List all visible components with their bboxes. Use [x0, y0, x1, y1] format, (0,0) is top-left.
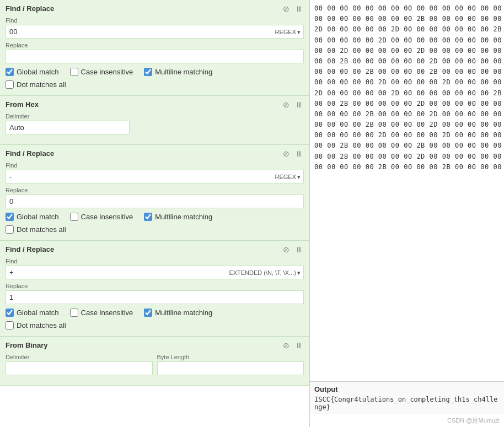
binary-fields: Delimiter Byte Length [6, 354, 304, 379]
replace-field-group-1: Replace [6, 42, 304, 63]
global-match-3[interactable]: Global match [6, 309, 59, 317]
multiline-1[interactable]: Multiline matching [144, 68, 212, 76]
delimiter-input[interactable] [6, 121, 130, 134]
section-header-5: From Binary ⊘ ⏸ [6, 341, 304, 349]
watermark: CSDN @是Mumuzi [310, 414, 504, 427]
hex-line: 2D 00 00 00 00 00 2D 00 00 00 00 00 00 0… [314, 24, 500, 35]
find-replace-section-3: Find / Replace ⊘ ⏸ Find EXTENDED (\N, \T… [0, 241, 309, 337]
case-insensitive-3[interactable]: Case insensitive [70, 309, 133, 317]
hex-line: 00 00 00 00 00 00 00 00 00 00 00 00 00 0… [314, 3, 500, 14]
section-title-2: From Hex [6, 100, 39, 109]
section-icons-3: ⊘ ⏸ [282, 150, 304, 158]
pause-icon-3[interactable]: ⏸ [294, 150, 304, 158]
dot-matches-checkbox-1[interactable] [6, 80, 14, 89]
pause-icon-5[interactable]: ⏸ [294, 342, 304, 349]
section-title-4: Find / Replace [6, 245, 54, 253]
replace-field-group-3: Replace [6, 283, 304, 304]
binary-delimiter-group: Delimiter [6, 354, 153, 375]
right-panel: 00 00 00 00 00 00 00 00 00 00 00 00 00 0… [310, 0, 504, 427]
global-match-checkbox-2[interactable] [6, 213, 14, 221]
byte-length-input[interactable] [157, 361, 304, 375]
dot-matches-label-2: Dot matches all [17, 225, 66, 234]
disable-icon-4[interactable]: ⊘ [282, 246, 291, 253]
regex-badge-2[interactable]: REGEX ▾ [275, 173, 301, 180]
hex-line: 00 00 2B 00 00 00 00 00 2D 00 00 00 00 0… [314, 99, 500, 109]
global-match-checkbox-3[interactable] [6, 309, 14, 317]
dot-matches-row-1: Dot matches all [6, 80, 304, 89]
delimiter-field-group: Delimiter [6, 113, 304, 134]
checkboxes-row-1: Global match Case insensitive Multiline … [6, 68, 304, 76]
global-match-label-1: Global match [17, 68, 59, 76]
case-insensitive-checkbox-3[interactable] [70, 309, 78, 317]
replace-label-3: Replace [6, 283, 304, 289]
disable-icon-2[interactable]: ⊘ [282, 101, 291, 109]
dot-matches-2[interactable]: Dot matches all [6, 225, 66, 234]
output-value: ISCC{Congr4tulations_on_completing_th1s_… [314, 396, 500, 411]
find-label-3: Find [6, 258, 304, 264]
find-input-wrapper-3: EXTENDED (\N, \T, \X...) ▾ [6, 266, 304, 279]
regex-badge-1[interactable]: REGEX ▾ [275, 28, 301, 35]
disable-icon-3[interactable]: ⊘ [282, 150, 291, 158]
regex-label-3: EXTENDED (\N, \T, \X...) [229, 269, 296, 276]
hex-line: 00 00 00 00 00 2D 00 00 00 00 2D 00 00 0… [314, 77, 500, 88]
global-match-label-2: Global match [17, 213, 59, 221]
section-icons-1: ⊘ ⏸ [282, 5, 304, 13]
section-icons-2: ⊘ ⏸ [282, 101, 304, 109]
hex-line: 00 00 00 00 00 2B 00 00 00 00 2B 00 00 0… [314, 162, 500, 172]
find-input-wrapper-1: REGEX ▾ [6, 25, 304, 39]
binary-delimiter-input[interactable] [6, 361, 153, 375]
multiline-checkbox-3[interactable] [144, 309, 152, 317]
multiline-3[interactable]: Multiline matching [144, 309, 212, 317]
multiline-2[interactable]: Multiline matching [144, 213, 212, 221]
pause-icon-1[interactable]: ⏸ [294, 5, 304, 13]
case-insensitive-1[interactable]: Case insensitive [70, 68, 133, 76]
left-panel: Find / Replace ⊘ ⏸ Find REGEX ▾ Replace [0, 0, 310, 427]
dot-matches-label-3: Dot matches all [17, 321, 66, 329]
hex-line: 00 00 2B 00 00 00 00 00 2B 00 00 00 00 0… [314, 140, 500, 151]
case-insensitive-label-2: Case insensitive [81, 213, 133, 221]
global-match-checkbox-1[interactable] [6, 68, 14, 76]
disable-icon-5[interactable]: ⊘ [282, 342, 291, 349]
replace-input-2[interactable] [6, 194, 304, 208]
global-match-2[interactable]: Global match [6, 213, 59, 221]
global-match-1[interactable]: Global match [6, 68, 59, 76]
find-input-2[interactable] [6, 170, 304, 183]
section-header-4: Find / Replace ⊘ ⏸ [6, 245, 304, 253]
section-title-3: Find / Replace [6, 149, 54, 158]
regex-badge-3[interactable]: EXTENDED (\N, \T, \X...) ▾ [229, 269, 301, 276]
replace-input-1[interactable] [6, 50, 304, 63]
find-input-wrapper-2: REGEX ▾ [6, 170, 304, 183]
section-icons-5: ⊘ ⏸ [282, 342, 304, 349]
dot-matches-1[interactable]: Dot matches all [6, 80, 66, 89]
find-field-group-2: Find REGEX ▾ [6, 162, 304, 183]
checkboxes-row-3: Global match Case insensitive Multiline … [6, 309, 304, 317]
dot-matches-checkbox-2[interactable] [6, 225, 14, 234]
case-insensitive-checkbox-2[interactable] [70, 213, 78, 221]
hex-line: 00 00 00 00 00 2D 00 00 00 00 00 00 00 0… [314, 35, 500, 46]
case-insensitive-2[interactable]: Case insensitive [70, 213, 133, 221]
find-replace-section-1: Find / Replace ⊘ ⏸ Find REGEX ▾ Replace [0, 0, 309, 96]
multiline-label-2: Multiline matching [155, 213, 212, 221]
hex-line: 00 00 00 00 00 2D 00 00 00 00 2D 00 00 0… [314, 130, 500, 140]
delimiter-label: Delimiter [6, 113, 304, 120]
checkboxes-row-2: Global match Case insensitive Multiline … [6, 213, 304, 221]
dot-matches-label-1: Dot matches all [17, 80, 66, 89]
dot-matches-checkbox-3[interactable] [6, 321, 14, 329]
section-title-1: Find / Replace [6, 4, 54, 13]
case-insensitive-checkbox-1[interactable] [70, 68, 78, 76]
multiline-checkbox-2[interactable] [144, 213, 152, 221]
find-input-1[interactable] [6, 25, 304, 39]
multiline-checkbox-1[interactable] [144, 68, 152, 76]
hex-line: 00 00 00 00 2B 00 00 00 00 2B 00 00 00 0… [314, 67, 500, 77]
pause-icon-4[interactable]: ⏸ [294, 246, 304, 253]
hex-output: 00 00 00 00 00 00 00 00 00 00 00 00 00 0… [310, 0, 504, 381]
find-label-2: Find [6, 162, 304, 169]
section-header-1: Find / Replace ⊘ ⏸ [6, 4, 304, 13]
disable-icon-1[interactable]: ⊘ [282, 5, 291, 13]
find-replace-section-2: Find / Replace ⊘ ⏸ Find REGEX ▾ Replace [0, 145, 309, 241]
replace-input-3[interactable] [6, 290, 304, 304]
section-header-2: From Hex ⊘ ⏸ [6, 100, 304, 109]
from-hex-section: From Hex ⊘ ⏸ Delimiter [0, 96, 309, 145]
pause-icon-2[interactable]: ⏸ [294, 101, 304, 109]
dot-matches-3[interactable]: Dot matches all [6, 321, 66, 329]
